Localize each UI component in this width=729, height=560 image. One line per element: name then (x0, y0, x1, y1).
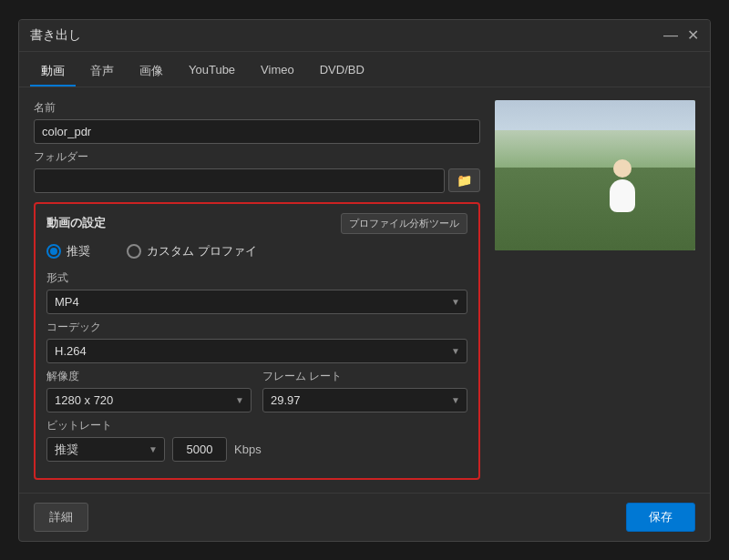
bitrate-value-input[interactable] (172, 437, 227, 462)
custom-radio-circle (127, 244, 141, 259)
resolution-select-wrap: 3840 x 2160 1920 x 1080 1280 x 720 854 x… (46, 388, 252, 412)
left-panel: 名前 フォルダー 📁 動画の設定 プロファイル分析ツール (34, 100, 480, 480)
profile-analysis-button[interactable]: プロファイル分析ツール (341, 213, 467, 234)
res-fps-row: 解像度 3840 x 2160 1920 x 1080 1280 x 720 8… (46, 369, 467, 412)
footer: 詳細 保存 (19, 493, 710, 541)
resolution-label: 解像度 (46, 369, 252, 384)
bitrate-mode-select[interactable]: 推奨 カスタム CBR VBR (46, 437, 165, 462)
window-controls: — ✕ (663, 28, 699, 43)
content-area: 名前 フォルダー 📁 動画の設定 プロファイル分析ツール (19, 87, 710, 493)
tab-youtube[interactable]: YouTube (178, 57, 246, 87)
settings-header: 動画の設定 プロファイル分析ツール (46, 213, 467, 234)
profile-radio-row: 推奨 カスタム プロファイ (46, 243, 467, 260)
preview-thumbnail (495, 100, 695, 250)
custom-radio-label: カスタム プロファイ (147, 243, 257, 260)
settings-title: 動画の設定 (46, 215, 106, 231)
folder-browse-button[interactable]: 📁 (448, 168, 480, 192)
bitrate-row: ビットレート 推奨 カスタム CBR VBR Kbps (46, 418, 467, 462)
bitrate-label: ビットレート (46, 418, 467, 433)
format-row: 形式 MP4 AVI MOV MKV (46, 270, 467, 314)
recommended-radio[interactable]: 推奨 (46, 243, 90, 260)
name-label: 名前 (34, 100, 480, 116)
folder-field-row: フォルダー 📁 (34, 149, 480, 193)
folder-input[interactable] (34, 168, 445, 193)
tab-vimeo[interactable]: Vimeo (250, 57, 305, 87)
preview-figure-body (610, 179, 635, 212)
kbps-label: Kbps (234, 443, 262, 462)
codec-select[interactable]: H.264 H.265 ProRes (46, 339, 467, 363)
tab-bar: 動画 音声 画像 YouTube Vimeo DVD/BD (19, 52, 710, 87)
preview-figure-head (613, 159, 631, 178)
recommended-radio-circle (46, 244, 61, 259)
name-input[interactable] (34, 119, 480, 144)
dialog-title: 書き出し (30, 27, 81, 44)
preview-figure (610, 159, 635, 212)
codec-select-wrap: H.264 H.265 ProRes (46, 339, 467, 363)
recommended-radio-label: 推奨 (67, 243, 90, 260)
framerate-col: フレーム レート 23.976 24 25 29.97 30 59.94 60 (262, 369, 467, 412)
framerate-select-wrap: 23.976 24 25 29.97 30 59.94 60 (262, 388, 467, 412)
tab-video[interactable]: 動画 (30, 57, 76, 87)
name-field-row: 名前 (34, 100, 480, 144)
resolution-select[interactable]: 3840 x 2160 1920 x 1080 1280 x 720 854 x… (46, 388, 252, 412)
minimize-button[interactable]: — (663, 28, 678, 43)
export-dialog: 書き出し — ✕ 動画 音声 画像 YouTube Vimeo DVD/BD 名… (18, 19, 711, 542)
preview-ground (495, 168, 695, 250)
folder-label: フォルダー (34, 149, 480, 165)
bitrate-controls: 推奨 カスタム CBR VBR Kbps (46, 437, 467, 462)
format-select[interactable]: MP4 AVI MOV MKV (46, 290, 467, 314)
close-button[interactable]: ✕ (687, 28, 699, 43)
format-label: 形式 (46, 270, 467, 286)
tab-image[interactable]: 画像 (128, 57, 174, 87)
framerate-label: フレーム レート (262, 369, 467, 384)
save-button[interactable]: 保存 (626, 503, 695, 532)
framerate-select[interactable]: 23.976 24 25 29.97 30 59.94 60 (262, 388, 467, 412)
resolution-col: 解像度 3840 x 2160 1920 x 1080 1280 x 720 8… (46, 369, 252, 412)
tab-dvd[interactable]: DVD/BD (309, 57, 375, 87)
custom-radio[interactable]: カスタム プロファイ (127, 243, 257, 260)
format-select-wrap: MP4 AVI MOV MKV (46, 290, 467, 314)
codec-row: コーデック H.264 H.265 ProRes (46, 320, 467, 363)
right-panel (495, 100, 695, 480)
video-settings-box: 動画の設定 プロファイル分析ツール 推奨 カスタム プロファイ (34, 202, 480, 480)
tab-audio[interactable]: 音声 (79, 57, 125, 87)
folder-row: 📁 (34, 168, 480, 193)
codec-label: コーデック (46, 320, 467, 335)
title-bar: 書き出し — ✕ (19, 20, 710, 52)
detail-button[interactable]: 詳細 (34, 503, 88, 532)
bitrate-mode-select-wrap: 推奨 カスタム CBR VBR (46, 437, 165, 462)
